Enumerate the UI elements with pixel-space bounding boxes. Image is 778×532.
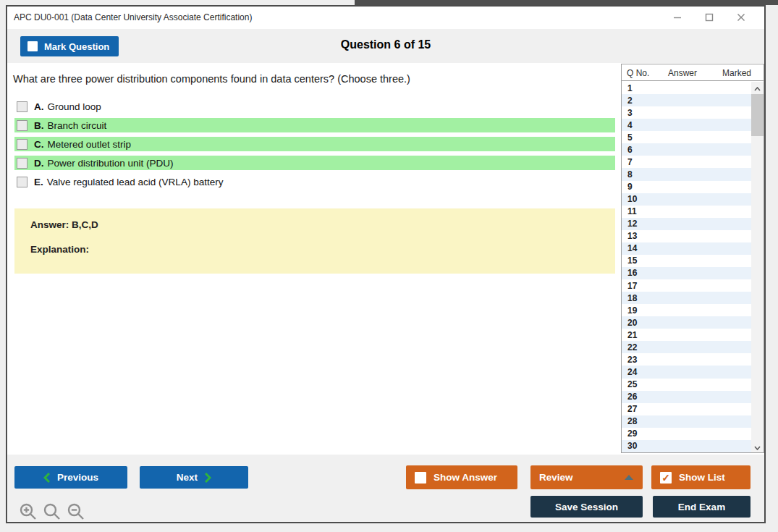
question-number: 24 [622, 367, 637, 377]
question-number: 2 [622, 96, 633, 106]
question-list-row[interactable]: 3 [622, 106, 751, 119]
option-b[interactable]: B. Branch circuit [14, 118, 615, 132]
background-taskbar-strip [355, 0, 778, 5]
question-list-row[interactable]: 14 [622, 242, 751, 255]
question-list-row[interactable]: 15 [622, 255, 751, 267]
question-list-row[interactable]: 13 [622, 230, 751, 242]
option-a[interactable]: A. Ground loop [14, 99, 615, 114]
explanation-line: Explanation: [30, 244, 615, 255]
question-number: 21 [622, 330, 637, 340]
option-letter: D. [34, 158, 44, 169]
next-button[interactable]: Next [140, 466, 248, 489]
question-number: 22 [622, 342, 637, 352]
question-list-row[interactable]: 17 [622, 279, 751, 292]
question-list-row[interactable]: 20 [622, 316, 751, 329]
question-list-row[interactable]: 27 [622, 403, 751, 415]
question-list-panel: Q No. Answer Marked 12345678910111213141… [621, 64, 764, 453]
column-marked: Marked [722, 68, 751, 78]
question-number: 16 [622, 268, 637, 278]
question-list-row[interactable]: 16 [622, 267, 751, 279]
question-number: 27 [622, 404, 637, 414]
option-text: Branch circuit [48, 120, 107, 131]
question-list-row[interactable]: 29 [622, 428, 751, 440]
question-list-row[interactable]: 1 [622, 82, 751, 94]
option-e-checkbox[interactable] [17, 177, 28, 187]
question-number: 9 [622, 182, 633, 192]
review-button[interactable]: Review [530, 465, 643, 489]
previous-button[interactable]: Previous [14, 466, 127, 489]
zoom-tools [19, 502, 85, 521]
question-list-row[interactable]: 5 [622, 131, 751, 143]
option-c[interactable]: C. Metered outlet strip [14, 137, 615, 151]
question-number: 1 [622, 83, 633, 93]
zoom-out-icon[interactable] [67, 502, 85, 521]
question-list-row[interactable]: 26 [622, 391, 751, 403]
question-list-row[interactable]: 22 [622, 341, 751, 353]
minimize-icon [673, 12, 682, 25]
question-list-row[interactable]: 21 [622, 329, 751, 341]
show-list-checkbox[interactable]: ✓ [660, 472, 672, 484]
question-number: 19 [622, 305, 637, 316]
scrollbar-thumb[interactable] [751, 94, 764, 136]
question-list-scrollbar[interactable] [751, 82, 764, 452]
option-letter: C. [34, 139, 44, 150]
show-list-button[interactable]: ✓ Show List [651, 465, 750, 489]
chevron-left-icon [43, 473, 50, 483]
question-number: 28 [622, 416, 637, 426]
question-list-row[interactable]: 24 [622, 366, 751, 378]
end-exam-button[interactable]: End Exam [653, 496, 750, 518]
question-list-row[interactable]: 19 [622, 304, 751, 316]
scroll-up-button[interactable] [751, 82, 764, 93]
question-list-row[interactable]: 7 [622, 156, 751, 168]
option-c-checkbox[interactable] [17, 139, 28, 150]
option-b-checkbox[interactable] [17, 120, 28, 131]
option-d[interactable]: D. Power distribution unit (PDU) [14, 156, 615, 170]
triangle-up-icon [625, 475, 633, 480]
option-e[interactable]: E. Valve regulated lead acid (VRLA) batt… [14, 174, 615, 189]
question-list-row[interactable]: 8 [622, 168, 751, 180]
question-list-row[interactable]: 11 [622, 206, 751, 218]
question-number: 20 [622, 318, 637, 328]
maximize-button[interactable] [693, 7, 725, 29]
question-number: 12 [622, 219, 637, 229]
question-list-row[interactable]: 10 [622, 193, 751, 206]
show-list-label: Show List [679, 472, 725, 483]
question-number: 15 [622, 256, 637, 266]
question-number: 8 [622, 169, 633, 180]
close-button[interactable] [725, 7, 757, 29]
question-number: 10 [622, 194, 637, 204]
zoom-in-icon[interactable] [19, 502, 38, 521]
save-session-button[interactable]: Save Session [530, 496, 643, 518]
question-list-row[interactable]: 4 [622, 119, 751, 131]
question-number: 14 [622, 243, 637, 253]
question-number: 17 [622, 281, 637, 291]
question-list-row[interactable]: 12 [622, 218, 751, 230]
minimize-button[interactable] [661, 7, 693, 29]
show-answer-button[interactable]: ✓ Show Answer [406, 465, 517, 489]
question-number: 13 [622, 231, 637, 241]
chevron-up-icon [754, 81, 761, 94]
option-a-checkbox[interactable] [17, 101, 28, 112]
zoom-reset-icon[interactable] [43, 502, 62, 521]
question-list-row[interactable]: 18 [622, 292, 751, 304]
question-list-row[interactable]: 30 [622, 440, 751, 452]
question-list-row[interactable]: 23 [622, 353, 751, 366]
question-list-row[interactable]: 6 [622, 143, 751, 156]
chevron-right-icon [205, 473, 211, 483]
scroll-down-button[interactable] [751, 441, 764, 452]
window-controls [661, 7, 757, 29]
question-list-row[interactable]: 2 [622, 94, 751, 106]
option-d-checkbox[interactable] [17, 158, 28, 169]
toolbar: Mark Question Question 6 of 15 [7, 29, 764, 63]
footer-bar: Previous Next ✓ Show Answer Review ✓ Sho… [7, 455, 764, 522]
question-number: 5 [622, 132, 633, 143]
question-list-row[interactable]: 25 [622, 379, 751, 391]
show-answer-checkbox[interactable]: ✓ [415, 472, 426, 484]
column-answer: Answer [668, 68, 697, 78]
question-list-row[interactable]: 28 [622, 415, 751, 428]
question-number: 26 [622, 392, 637, 402]
answer-line: Answer: B,C,D [30, 219, 615, 230]
question-list-row[interactable]: 9 [622, 181, 751, 193]
question-number: 7 [622, 157, 633, 167]
question-list-header: Q No. Answer Marked [622, 64, 764, 81]
